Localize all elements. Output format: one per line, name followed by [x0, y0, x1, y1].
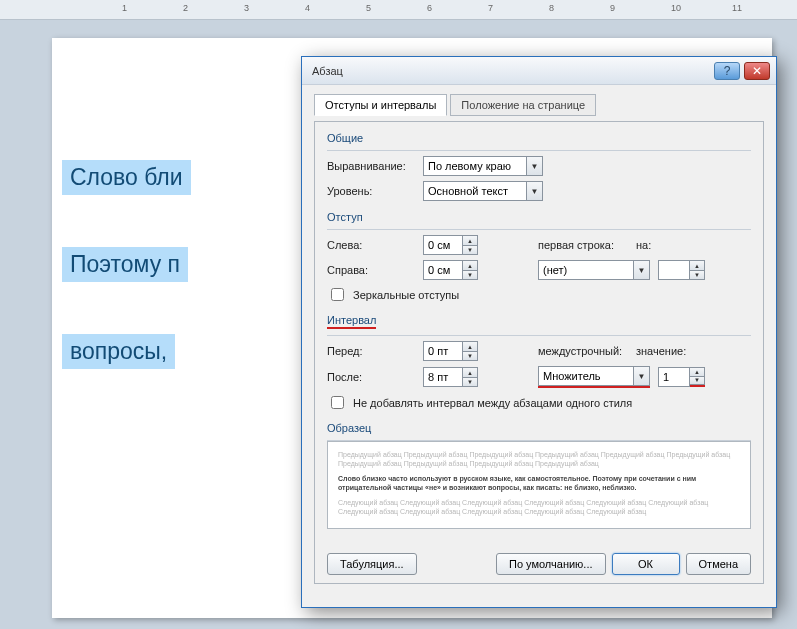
paragraph-dialog: Абзац ? ✕ Отступы и интервалы Положение … [301, 56, 777, 608]
spin-up-icon[interactable]: ▲ [690, 367, 705, 376]
on-label: на: [636, 239, 670, 251]
spin-down-icon[interactable]: ▼ [463, 351, 478, 361]
no-add-space-checkbox[interactable]: Не добавлять интервал между абзацами одн… [327, 393, 751, 412]
group-title: Отступ [327, 211, 751, 223]
spin-down-icon[interactable]: ▼ [463, 377, 478, 387]
group-title: Общие [327, 132, 751, 144]
doc-text: Поэтому п [62, 247, 188, 282]
level-select[interactable] [423, 181, 527, 201]
spin-down-icon[interactable]: ▼ [690, 376, 705, 385]
level-label: Уровень: [327, 185, 423, 197]
spin-up-icon[interactable]: ▲ [463, 235, 478, 245]
on-spinner[interactable]: ▲▼ [658, 260, 705, 280]
tabulation-button[interactable]: Табуляция... [327, 553, 417, 575]
group-title: Интервал [327, 314, 376, 329]
firstline-select[interactable] [538, 260, 634, 280]
spin-up-icon[interactable]: ▲ [463, 260, 478, 270]
after-label: После: [327, 371, 423, 383]
default-button[interactable]: По умолчанию... [496, 553, 606, 575]
doc-text: вопросы, [62, 334, 175, 369]
firstline-label: первая строка: [538, 239, 636, 251]
tab-page-position[interactable]: Положение на странице [450, 94, 596, 116]
linespacing-value-spinner[interactable]: ▲▼ [658, 367, 705, 387]
preview-box: Предыдущий абзац Предыдущий абзац Предыд… [327, 441, 751, 529]
alignment-select[interactable] [423, 156, 527, 176]
dialog-titlebar[interactable]: Абзац ? ✕ [302, 57, 776, 85]
group-preview: Образец Предыдущий абзац Предыдущий абза… [327, 422, 751, 529]
dropdown-icon[interactable]: ▼ [527, 181, 543, 201]
before-spinner[interactable]: ▲▼ [423, 341, 478, 361]
indent-right-spinner[interactable]: ▲▼ [423, 260, 478, 280]
value-label: значение: [636, 345, 694, 357]
group-indent: Отступ Слева: ▲▼ первая строка: на: Спра… [327, 211, 751, 304]
dropdown-icon[interactable]: ▼ [634, 366, 650, 386]
doc-text: Слово бли [62, 160, 191, 195]
dialog-title: Абзац [312, 65, 343, 77]
dropdown-icon[interactable]: ▼ [634, 260, 650, 280]
linespacing-label: междустрочный: [538, 345, 636, 357]
spin-down-icon[interactable]: ▼ [463, 245, 478, 255]
mirror-indent-checkbox[interactable]: Зеркальные отступы [327, 285, 751, 304]
ok-button[interactable]: ОК [612, 553, 680, 575]
group-general: Общие Выравнивание: ▼ Уровень: ▼ [327, 132, 751, 201]
spin-up-icon[interactable]: ▲ [463, 341, 478, 351]
group-title: Образец [327, 422, 751, 434]
linespacing-select[interactable] [538, 366, 634, 386]
spin-up-icon[interactable]: ▲ [463, 367, 478, 377]
alignment-label: Выравнивание: [327, 160, 423, 172]
close-button[interactable]: ✕ [744, 62, 770, 80]
spin-down-icon[interactable]: ▼ [463, 270, 478, 280]
help-button[interactable]: ? [714, 62, 740, 80]
indent-left-spinner[interactable]: ▲▼ [423, 235, 478, 255]
indent-left-label: Слева: [327, 239, 423, 251]
cancel-button[interactable]: Отмена [686, 553, 751, 575]
tab-indents-spacing[interactable]: Отступы и интервалы [314, 94, 447, 116]
spin-up-icon[interactable]: ▲ [690, 260, 705, 270]
dropdown-icon[interactable]: ▼ [527, 156, 543, 176]
dialog-tabs: Отступы и интервалы Положение на страниц… [314, 93, 764, 115]
group-spacing: Интервал Перед: ▲▼ междустрочный: значен… [327, 314, 751, 412]
indent-right-label: Справа: [327, 264, 423, 276]
spin-down-icon[interactable]: ▼ [690, 270, 705, 280]
horizontal-ruler: 1 2 3 4 5 6 7 8 9 10 11 [0, 0, 797, 20]
after-spinner[interactable]: ▲▼ [423, 367, 478, 387]
before-label: Перед: [327, 345, 423, 357]
